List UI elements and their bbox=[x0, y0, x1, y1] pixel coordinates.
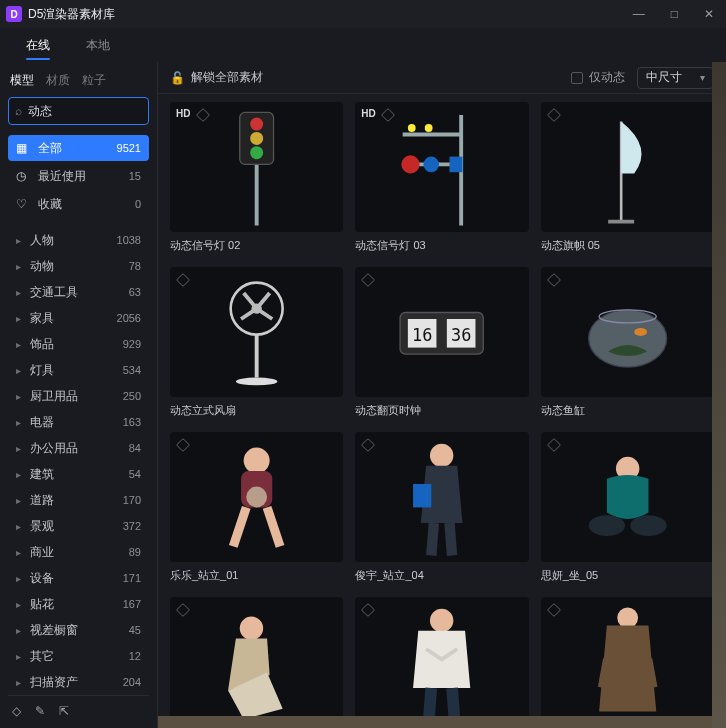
maximize-button[interactable]: □ bbox=[665, 5, 684, 23]
asset-thumbnail[interactable] bbox=[541, 432, 714, 562]
chevron-right-icon: ▸ bbox=[16, 417, 22, 428]
nav-all[interactable]: ▦ 全部 9521 bbox=[8, 135, 149, 161]
svg-point-9 bbox=[424, 157, 440, 173]
category-count: 250 bbox=[123, 390, 141, 402]
tab-local[interactable]: 本地 bbox=[68, 29, 128, 62]
asset-thumbnail[interactable]: 1636 bbox=[355, 267, 528, 397]
svg-point-32 bbox=[430, 444, 453, 467]
asset-thumbnail[interactable] bbox=[355, 597, 528, 727]
category-count: 89 bbox=[129, 546, 141, 558]
category-count: 2056 bbox=[117, 312, 141, 324]
svg-point-43 bbox=[617, 607, 638, 628]
nav-recent-label: 最近使用 bbox=[38, 168, 86, 185]
svg-point-18 bbox=[236, 378, 278, 386]
asset-name: 俊宇_站立_04 bbox=[355, 568, 528, 583]
svg-line-34 bbox=[432, 523, 435, 556]
asset-card[interactable]: 动态立式风扇 bbox=[170, 267, 343, 418]
svg-point-38 bbox=[630, 515, 666, 536]
chevron-right-icon: ▸ bbox=[16, 625, 22, 636]
asset-thumbnail[interactable] bbox=[170, 432, 343, 562]
tab-online[interactable]: 在线 bbox=[8, 29, 68, 62]
minimize-button[interactable]: — bbox=[627, 5, 651, 23]
asset-name: 乐乐_站立_01 bbox=[170, 568, 343, 583]
tool-link-icon[interactable]: ⇱ bbox=[59, 704, 69, 718]
category-item[interactable]: ▸交通工具63 bbox=[8, 279, 149, 305]
nav-fav-count: 0 bbox=[135, 198, 141, 210]
category-item[interactable]: ▸商业89 bbox=[8, 539, 149, 565]
layout: 模型 材质 粒子 ⌕ ✕ ▦ 全部 9521 ◷ 最近使用 15 ♡ 收藏 0 bbox=[0, 62, 726, 728]
tool-edit-icon[interactable]: ✎ bbox=[35, 704, 45, 718]
asset-card[interactable]: 动态鱼缸 bbox=[541, 267, 714, 418]
search-box[interactable]: ⌕ ✕ bbox=[8, 97, 149, 125]
nav-recent[interactable]: ◷ 最近使用 15 bbox=[8, 163, 149, 189]
category-count: 171 bbox=[123, 572, 141, 584]
category-item[interactable]: ▸办公用品84 bbox=[8, 435, 149, 461]
svg-point-8 bbox=[402, 155, 420, 173]
content-toolbar: 🔓 解锁全部素材 仅动态 中尺寸 ▾ bbox=[158, 62, 726, 94]
chevron-right-icon: ▸ bbox=[16, 521, 22, 532]
svg-line-44 bbox=[604, 659, 609, 688]
category-label: 交通工具 bbox=[30, 284, 78, 301]
category-item[interactable]: ▸视差橱窗45 bbox=[8, 617, 149, 643]
unlock-all-button[interactable]: 🔓 解锁全部素材 bbox=[170, 69, 263, 86]
cat-tab-material[interactable]: 材质 bbox=[46, 72, 70, 89]
svg-rect-33 bbox=[413, 484, 431, 507]
asset-card[interactable]: 动态旗帜 05 bbox=[541, 102, 714, 253]
cat-tab-particle[interactable]: 粒子 bbox=[82, 72, 106, 89]
category-label: 景观 bbox=[30, 518, 54, 535]
category-item[interactable]: ▸动物78 bbox=[8, 253, 149, 279]
svg-line-45 bbox=[646, 659, 651, 688]
asset-card[interactable]: HD动态信号灯 03 bbox=[355, 102, 528, 253]
asset-thumbnail[interactable] bbox=[541, 267, 714, 397]
category-item[interactable]: ▸其它12 bbox=[8, 643, 149, 669]
category-count: 84 bbox=[129, 442, 141, 454]
cat-tab-model[interactable]: 模型 bbox=[10, 72, 34, 89]
lock-icon: 🔓 bbox=[170, 71, 185, 85]
category-item[interactable]: ▸建筑54 bbox=[8, 461, 149, 487]
chevron-right-icon: ▸ bbox=[16, 573, 22, 584]
asset-thumbnail[interactable] bbox=[170, 597, 343, 727]
category-label: 动物 bbox=[30, 258, 54, 275]
asset-thumbnail[interactable] bbox=[541, 597, 714, 727]
category-item[interactable]: ▸贴花167 bbox=[8, 591, 149, 617]
asset-thumbnail[interactable] bbox=[170, 267, 343, 397]
asset-card[interactable]: 乐乐_站立_01 bbox=[170, 432, 343, 583]
asset-card[interactable]: 思妍_坐_05 bbox=[541, 432, 714, 583]
asset-card[interactable]: 梓恒_坐_02 bbox=[170, 597, 343, 728]
only-dynamic-checkbox[interactable]: 仅动态 bbox=[571, 69, 625, 86]
category-item[interactable]: ▸灯具534 bbox=[8, 357, 149, 383]
category-item[interactable]: ▸道路170 bbox=[8, 487, 149, 513]
close-button[interactable]: ✕ bbox=[698, 5, 720, 23]
asset-thumbnail[interactable]: HD bbox=[170, 102, 343, 232]
asset-name: 动态旗帜 05 bbox=[541, 238, 714, 253]
category-count: 78 bbox=[129, 260, 141, 272]
category-item[interactable]: ▸扫描资产204 bbox=[8, 669, 149, 695]
sidebar: 模型 材质 粒子 ⌕ ✕ ▦ 全部 9521 ◷ 最近使用 15 ♡ 收藏 0 bbox=[0, 62, 158, 728]
thumbnail-size-select[interactable]: 中尺寸 ▾ bbox=[637, 67, 714, 89]
window-controls: — □ ✕ bbox=[627, 5, 720, 23]
tool-shape-icon[interactable]: ◇ bbox=[12, 704, 21, 718]
chevron-right-icon: ▸ bbox=[16, 287, 22, 298]
asset-thumbnail[interactable] bbox=[541, 102, 714, 232]
category-label: 商业 bbox=[30, 544, 54, 561]
asset-name: 动态信号灯 02 bbox=[170, 238, 343, 253]
category-label: 道路 bbox=[30, 492, 54, 509]
category-item[interactable]: ▸家具2056 bbox=[8, 305, 149, 331]
category-label: 人物 bbox=[30, 232, 54, 249]
asset-card[interactable]: 俊宇_站立_04 bbox=[355, 432, 528, 583]
asset-card[interactable]: 1636动态翻页时钟 bbox=[355, 267, 528, 418]
search-input[interactable] bbox=[28, 104, 178, 118]
asset-card[interactable]: 浩然_打电话_01 bbox=[541, 597, 714, 728]
nav-favorites[interactable]: ♡ 收藏 0 bbox=[8, 191, 149, 217]
category-item[interactable]: ▸人物1038 bbox=[8, 227, 149, 253]
asset-card[interactable]: HD动态信号灯 02 bbox=[170, 102, 343, 253]
category-item[interactable]: ▸设备171 bbox=[8, 565, 149, 591]
category-count: 12 bbox=[129, 650, 141, 662]
category-item[interactable]: ▸饰品929 bbox=[8, 331, 149, 357]
asset-card[interactable]: 梓恒_站立_01 bbox=[355, 597, 528, 728]
asset-thumbnail[interactable] bbox=[355, 432, 528, 562]
category-item[interactable]: ▸厨卫用品250 bbox=[8, 383, 149, 409]
category-item[interactable]: ▸电器163 bbox=[8, 409, 149, 435]
category-item[interactable]: ▸景观372 bbox=[8, 513, 149, 539]
asset-thumbnail[interactable]: HD bbox=[355, 102, 528, 232]
